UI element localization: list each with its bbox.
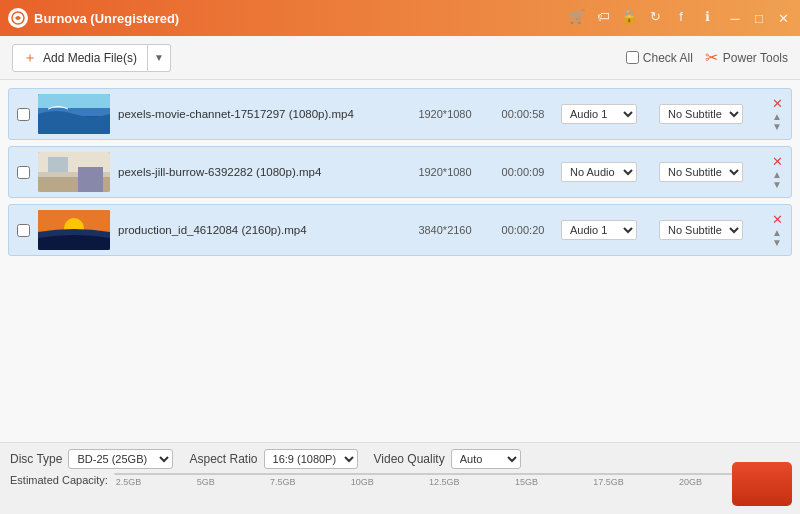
- capacity-tick: 7.5GB: [270, 477, 296, 487]
- aspect-ratio-label: Aspect Ratio: [189, 452, 257, 466]
- title-bar: Burnova (Unregistered) 🛒 🏷 🔒 ↻ f ℹ ─ □ ✕: [0, 0, 800, 36]
- app-logo: [8, 8, 28, 28]
- app-title: Burnova (Unregistered): [34, 11, 568, 26]
- capacity-container: 2.5GB5GB7.5GB10GB12.5GB15GB17.5GB20GB22.…: [114, 473, 790, 487]
- video-quality-field: Video Quality AutoHighMediumLow: [374, 449, 521, 469]
- file-reorder-0[interactable]: ▲ ▼: [772, 112, 783, 132]
- main-content: pexels-movie-channet-17517297 (1080p).mp…: [0, 80, 800, 442]
- file-duration-2: 00:00:20: [493, 224, 553, 236]
- window-controls: ─ □ ✕: [726, 9, 792, 27]
- maximize-button[interactable]: □: [750, 9, 768, 27]
- minimize-button[interactable]: ─: [726, 9, 744, 27]
- file-subtitle-2: No SubtitleSubtitle 1: [659, 220, 764, 240]
- file-item: pexels-jill-burrow-6392282 (1080p).mp4 1…: [8, 146, 792, 198]
- file-subtitle-1: No SubtitleSubtitle 1: [659, 162, 764, 182]
- file-thumbnail-0: [38, 94, 110, 134]
- file-remove-0[interactable]: ✕: [772, 97, 783, 110]
- bottom-bar: Disc Type BD-25 (25GB)BD-50 (50GB)DVD-5 …: [0, 442, 800, 514]
- toolbar: ＋ Add Media File(s) ▼ Check All ✂ Power …: [0, 36, 800, 80]
- wrench-icon: ✂: [705, 48, 718, 67]
- file-audio-select-0[interactable]: Audio 1No AudioAudio 2: [561, 104, 637, 124]
- toolbar-right: Check All ✂ Power Tools: [626, 48, 788, 67]
- video-quality-label: Video Quality: [374, 452, 445, 466]
- file-checkbox-1[interactable]: [17, 166, 30, 179]
- file-up-2[interactable]: ▲: [772, 228, 783, 238]
- capacity-tick: 20GB: [679, 477, 702, 487]
- file-actions-1: ✕ ▲ ▼: [772, 155, 783, 190]
- file-resolution-2: 3840*2160: [405, 224, 485, 236]
- file-audio-1: Audio 1No AudioAudio 2: [561, 162, 651, 182]
- check-all-label: Check All: [643, 51, 693, 65]
- file-audio-2: Audio 1No AudioAudio 2: [561, 220, 651, 240]
- file-item: pexels-movie-channet-17517297 (1080p).mp…: [8, 88, 792, 140]
- capacity-label: Estimated Capacity:: [10, 474, 108, 486]
- svg-rect-6: [48, 157, 68, 172]
- aspect-ratio-field: Aspect Ratio 16:9 (1080P)4:316:9 (720P): [189, 449, 357, 469]
- svg-rect-8: [78, 167, 103, 192]
- file-audio-select-1[interactable]: Audio 1No AudioAudio 2: [561, 162, 637, 182]
- check-all-checkbox[interactable]: [626, 51, 639, 64]
- file-audio-0: Audio 1No AudioAudio 2: [561, 104, 651, 124]
- file-reorder-1[interactable]: ▲ ▼: [772, 170, 783, 190]
- file-subtitle-select-2[interactable]: No SubtitleSubtitle 1: [659, 220, 743, 240]
- add-media-dropdown-button[interactable]: ▼: [148, 44, 171, 72]
- add-icon: ＋: [23, 49, 37, 67]
- file-up-0[interactable]: ▲: [772, 112, 783, 122]
- file-remove-1[interactable]: ✕: [772, 155, 783, 168]
- check-all-wrap[interactable]: Check All: [626, 51, 693, 65]
- bottom-row-capacity: Estimated Capacity: 2.5GB5GB7.5GB10GB12.…: [10, 473, 790, 487]
- file-up-1[interactable]: ▲: [772, 170, 783, 180]
- capacity-tick: 17.5GB: [593, 477, 624, 487]
- file-thumbnail-1: [38, 152, 110, 192]
- file-item: production_id_4612084 (2160p).mp4 3840*2…: [8, 204, 792, 256]
- capacity-bar: [114, 473, 790, 475]
- facebook-icon[interactable]: f: [672, 9, 690, 27]
- info-icon[interactable]: ℹ: [698, 9, 716, 27]
- svg-rect-3: [38, 94, 110, 108]
- file-subtitle-0: No SubtitleSubtitle 1: [659, 104, 764, 124]
- add-media-button[interactable]: ＋ Add Media File(s): [12, 44, 148, 72]
- file-remove-2[interactable]: ✕: [772, 213, 783, 226]
- file-name-2: production_id_4612084 (2160p).mp4: [118, 224, 397, 236]
- reload-icon[interactable]: ↻: [646, 9, 664, 27]
- bottom-row-settings: Disc Type BD-25 (25GB)BD-50 (50GB)DVD-5 …: [10, 449, 790, 469]
- file-duration-1: 00:00:09: [493, 166, 553, 178]
- file-subtitle-select-1[interactable]: No SubtitleSubtitle 1: [659, 162, 743, 182]
- file-reorder-2[interactable]: ▲ ▼: [772, 228, 783, 248]
- file-checkbox-0[interactable]: [17, 108, 30, 121]
- disc-type-label: Disc Type: [10, 452, 62, 466]
- tag-icon[interactable]: 🏷: [594, 9, 612, 27]
- file-resolution-1: 1920*1080: [405, 166, 485, 178]
- file-subtitle-select-0[interactable]: No SubtitleSubtitle 1: [659, 104, 743, 124]
- capacity-tick: 15GB: [515, 477, 538, 487]
- file-duration-0: 00:00:58: [493, 108, 553, 120]
- cart-icon[interactable]: 🛒: [568, 9, 586, 27]
- file-name-1: pexels-jill-burrow-6392282 (1080p).mp4: [118, 166, 397, 178]
- file-thumbnail-2: [38, 210, 110, 250]
- capacity-tick: 5GB: [197, 477, 215, 487]
- video-quality-select[interactable]: AutoHighMediumLow: [451, 449, 521, 469]
- file-checkbox-2[interactable]: [17, 224, 30, 237]
- file-down-0[interactable]: ▼: [772, 122, 783, 132]
- power-tools-label: Power Tools: [723, 51, 788, 65]
- file-audio-select-2[interactable]: Audio 1No AudioAudio 2: [561, 220, 637, 240]
- add-media-label: Add Media File(s): [43, 51, 137, 65]
- file-name-0: pexels-movie-channet-17517297 (1080p).mp…: [118, 108, 397, 120]
- close-button[interactable]: ✕: [774, 9, 792, 27]
- next-button[interactable]: [732, 462, 792, 506]
- aspect-ratio-select[interactable]: 16:9 (1080P)4:316:9 (720P): [264, 449, 358, 469]
- file-down-2[interactable]: ▼: [772, 238, 783, 248]
- capacity-tick: 2.5GB: [116, 477, 142, 487]
- file-actions-0: ✕ ▲ ▼: [772, 97, 783, 132]
- power-tools-button[interactable]: ✂ Power Tools: [705, 48, 788, 67]
- capacity-tick: 12.5GB: [429, 477, 460, 487]
- file-down-1[interactable]: ▼: [772, 180, 783, 190]
- title-icon-group: 🛒 🏷 🔒 ↻ f ℹ: [568, 9, 716, 27]
- disc-type-select[interactable]: BD-25 (25GB)BD-50 (50GB)DVD-5 (4.7GB)DVD…: [68, 449, 173, 469]
- file-actions-2: ✕ ▲ ▼: [772, 213, 783, 248]
- lock-icon[interactable]: 🔒: [620, 9, 638, 27]
- file-resolution-0: 1920*1080: [405, 108, 485, 120]
- capacity-ticks: 2.5GB5GB7.5GB10GB12.5GB15GB17.5GB20GB22.…: [114, 477, 790, 487]
- disc-type-field: Disc Type BD-25 (25GB)BD-50 (50GB)DVD-5 …: [10, 449, 173, 469]
- capacity-tick: 10GB: [351, 477, 374, 487]
